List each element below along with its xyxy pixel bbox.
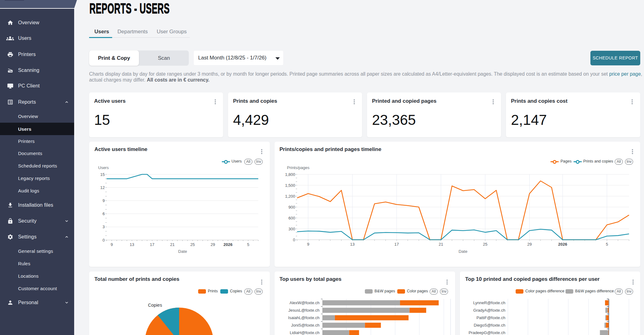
svg-text:13: 13 xyxy=(350,242,355,247)
svg-text:21: 21 xyxy=(439,242,443,247)
svg-text:25: 25 xyxy=(190,242,195,247)
svg-text:DiegoS@foxte.ch: DiegoS@foxte.ch xyxy=(474,323,505,328)
svg-text:PradeepG@foxte.ch: PradeepG@foxte.ch xyxy=(469,330,505,335)
svg-text:9: 9 xyxy=(307,242,309,247)
svg-text:17: 17 xyxy=(150,242,154,247)
svg-text:Prints/pages: Prints/pages xyxy=(287,165,310,170)
svg-text:3: 3 xyxy=(103,224,105,229)
svg-text:JesusL@foxte.ch: JesusL@foxte.ch xyxy=(289,308,320,313)
svg-text:LidiaH@foxte.ch: LidiaH@foxte.ch xyxy=(290,330,320,335)
svg-text:12: 12 xyxy=(100,185,105,190)
svg-text:5: 5 xyxy=(606,242,608,247)
svg-text:Copies: Copies xyxy=(148,303,162,308)
svg-text:300: 300 xyxy=(289,227,295,231)
svg-text:25: 25 xyxy=(483,242,487,247)
svg-text:9: 9 xyxy=(111,242,113,247)
svg-text:1,200: 1,200 xyxy=(285,194,295,199)
svg-text:5: 5 xyxy=(247,242,249,247)
svg-text:IsaiahL@foxte.ch: IsaiahL@foxte.ch xyxy=(288,315,320,320)
svg-text:6: 6 xyxy=(103,211,105,216)
svg-text:LynneR@foxte.ch: LynneR@foxte.ch xyxy=(473,300,505,305)
svg-text:600: 600 xyxy=(289,216,295,220)
svg-text:15: 15 xyxy=(100,172,105,177)
svg-text:1,500: 1,500 xyxy=(285,183,295,188)
svg-text:Date: Date xyxy=(178,249,187,254)
svg-text:AlexW@foxte.ch: AlexW@foxte.ch xyxy=(289,300,319,305)
svg-text:29: 29 xyxy=(211,242,215,247)
svg-text:900: 900 xyxy=(289,205,295,210)
svg-text:1,800: 1,800 xyxy=(285,172,295,177)
svg-text:0: 0 xyxy=(293,238,295,242)
svg-text:13: 13 xyxy=(130,242,134,247)
svg-text:2026: 2026 xyxy=(558,242,567,247)
svg-text:21: 21 xyxy=(170,242,174,247)
svg-text:29: 29 xyxy=(527,242,532,247)
svg-text:GradyA@foxte.ch: GradyA@foxte.ch xyxy=(473,308,505,313)
svg-text:Users: Users xyxy=(98,165,109,170)
svg-text:Date: Date xyxy=(459,249,468,254)
svg-text:9: 9 xyxy=(103,198,105,203)
svg-text:2026: 2026 xyxy=(223,242,232,247)
svg-text:17: 17 xyxy=(394,242,399,247)
svg-text:PattiF@foxte.ch: PattiF@foxte.ch xyxy=(476,315,505,320)
svg-text:0: 0 xyxy=(103,238,105,243)
svg-text:JoniS@foxte.ch: JoniS@foxte.ch xyxy=(291,323,319,328)
